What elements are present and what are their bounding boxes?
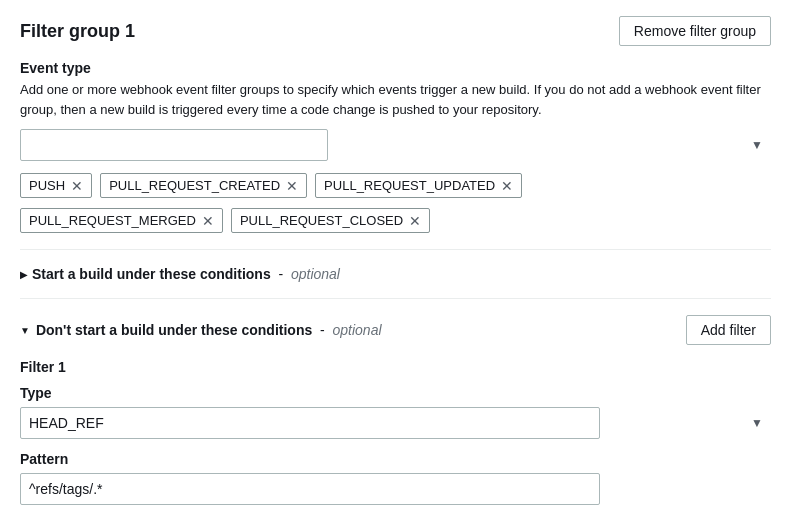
filter1-type-dropdown-arrow: ▼ (751, 416, 763, 430)
tag-push-remove[interactable]: ✕ (71, 179, 83, 193)
tag-pr-merged: PULL_REQUEST_MERGED ✕ (20, 208, 223, 233)
start-conditions-row: ▶ Start a build under these conditions -… (20, 266, 771, 282)
event-type-dropdown[interactable]: PUSH PULL_REQUEST_CREATED PULL_REQUEST_U… (20, 129, 328, 161)
start-conditions-label: Start a build under these conditions - o… (32, 266, 340, 282)
start-conditions-triangle[interactable]: ▶ (20, 269, 28, 280)
filter1-block: Filter 1 Type HEAD_REF BASE_REF FILE_PAT… (20, 359, 771, 505)
event-type-dropdown-arrow: ▼ (751, 138, 763, 152)
start-conditions-optional: optional (291, 266, 340, 282)
tag-pr-merged-remove[interactable]: ✕ (202, 214, 214, 228)
start-conditions-dash: - (278, 266, 283, 282)
no-start-conditions-row: ▼ Don't start a build under these condit… (20, 315, 771, 345)
tag-pr-closed-label: PULL_REQUEST_CLOSED (240, 213, 403, 228)
no-start-conditions-optional: optional (332, 322, 381, 338)
filter1-title: Filter 1 (20, 359, 771, 375)
tag-push-label: PUSH (29, 178, 65, 193)
tag-pr-updated-remove[interactable]: ✕ (501, 179, 513, 193)
no-start-conditions-dash: - (320, 322, 325, 338)
event-type-description: Add one or more webhook event filter gro… (20, 80, 771, 119)
tag-pr-closed: PULL_REQUEST_CLOSED ✕ (231, 208, 430, 233)
tag-pr-updated-label: PULL_REQUEST_UPDATED (324, 178, 495, 193)
tag-pr-merged-label: PULL_REQUEST_MERGED (29, 213, 196, 228)
no-start-conditions-left: ▼ Don't start a build under these condit… (20, 322, 382, 338)
tag-push: PUSH ✕ (20, 173, 92, 198)
no-start-conditions-strong-label: Don't start a build under these conditio… (36, 322, 312, 338)
filter1-pattern-input[interactable] (20, 473, 600, 505)
filter1-type-dropdown[interactable]: HEAD_REF BASE_REF FILE_PATH COMMIT_MESSA… (20, 407, 600, 439)
event-type-tags-row2: PULL_REQUEST_MERGED ✕ PULL_REQUEST_CLOSE… (20, 208, 771, 233)
filter-group-title: Filter group 1 (20, 21, 135, 42)
tag-pr-created: PULL_REQUEST_CREATED ✕ (100, 173, 307, 198)
filter1-pattern-label: Pattern (20, 451, 771, 467)
tag-pr-created-remove[interactable]: ✕ (286, 179, 298, 193)
no-start-conditions-triangle[interactable]: ▼ (20, 325, 30, 336)
filter-group-container: Filter group 1 Remove filter group Event… (0, 0, 791, 509)
divider-2 (20, 298, 771, 299)
tag-pr-closed-remove[interactable]: ✕ (409, 214, 421, 228)
event-type-tags: PUSH ✕ PULL_REQUEST_CREATED ✕ PULL_REQUE… (20, 173, 771, 198)
tag-pr-updated: PULL_REQUEST_UPDATED ✕ (315, 173, 522, 198)
event-type-dropdown-wrapper: PUSH PULL_REQUEST_CREATED PULL_REQUEST_U… (20, 129, 771, 161)
tag-pr-created-label: PULL_REQUEST_CREATED (109, 178, 280, 193)
add-filter-button[interactable]: Add filter (686, 315, 771, 345)
start-conditions-strong-label: Start a build under these conditions (32, 266, 271, 282)
filter1-type-dropdown-wrapper: HEAD_REF BASE_REF FILE_PATH COMMIT_MESSA… (20, 407, 771, 439)
header-row: Filter group 1 Remove filter group (20, 16, 771, 46)
no-start-conditions-label: Don't start a build under these conditio… (36, 322, 382, 338)
remove-filter-group-button[interactable]: Remove filter group (619, 16, 771, 46)
divider-1 (20, 249, 771, 250)
event-type-label: Event type (20, 60, 771, 76)
filter1-type-label: Type (20, 385, 771, 401)
